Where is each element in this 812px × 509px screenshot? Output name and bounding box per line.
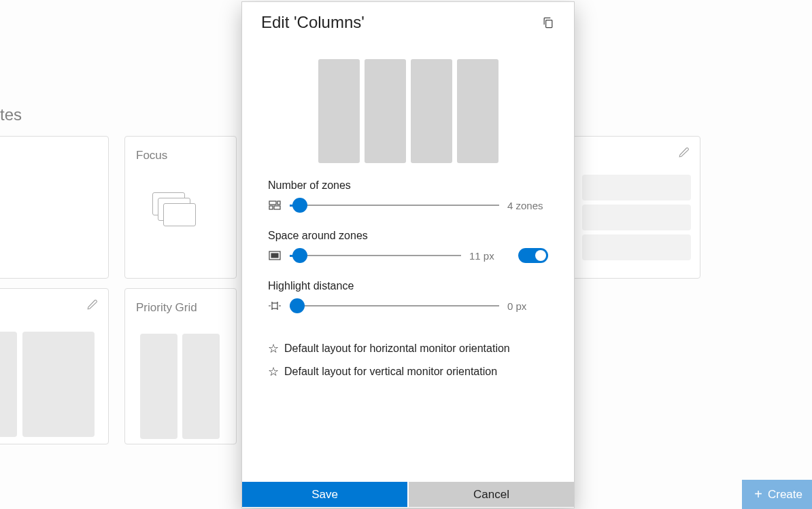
edit-dialog: Edit 'Columns' Number of zones [241, 1, 575, 508]
card-row [582, 234, 691, 260]
pencil-icon[interactable] [678, 146, 690, 158]
highlight-label: Highlight distance [268, 280, 548, 292]
plus-icon: + [754, 487, 762, 502]
svg-rect-2 [277, 201, 280, 205]
save-button[interactable]: Save [242, 482, 407, 507]
star-icon: ☆ [268, 364, 279, 379]
highlight-slider[interactable] [290, 298, 499, 314]
create-button[interactable]: + Create [742, 480, 812, 509]
cancel-button[interactable]: Cancel [409, 482, 574, 507]
svg-rect-3 [269, 206, 273, 209]
card-thumb [140, 334, 177, 439]
card-row [582, 205, 691, 230]
template-card-priority-grid[interactable]: Priority Grid [124, 288, 237, 444]
default-horizontal-option[interactable]: ☆ Default layout for horizontal monitor … [268, 341, 548, 356]
zones-slider[interactable] [290, 197, 499, 213]
space-label: Space around zones [268, 230, 548, 242]
copy-icon[interactable] [541, 16, 555, 29]
templates-section-title: tes [0, 105, 22, 124]
default-vertical-option[interactable]: ☆ Default layout for vertical monitor or… [268, 364, 548, 379]
card-row [582, 175, 691, 200]
svg-rect-6 [271, 253, 278, 258]
template-card-focus[interactable]: Focus [124, 136, 237, 279]
space-slider[interactable] [290, 247, 461, 264]
star-icon: ☆ [268, 341, 279, 356]
highlight-icon [268, 301, 282, 311]
layout-preview [242, 39, 574, 179]
svg-rect-1 [269, 201, 276, 205]
default-horizontal-label: Default layout for horizontal monitor or… [284, 343, 510, 355]
create-button-label: Create [768, 488, 802, 502]
preview-column [318, 59, 360, 163]
svg-rect-4 [274, 206, 280, 209]
preview-column [411, 59, 452, 163]
card-thumb [0, 332, 17, 437]
svg-rect-0 [546, 20, 552, 28]
card-thumb [182, 334, 220, 439]
highlight-value: 0 px [507, 300, 548, 312]
space-value: 11 px [469, 250, 510, 262]
template-card[interactable] [0, 136, 109, 279]
preview-column [457, 59, 498, 163]
default-vertical-label: Default layout for vertical monitor orie… [284, 366, 497, 378]
template-card-label: Priority Grid [125, 289, 236, 321]
pencil-icon[interactable] [86, 298, 99, 311]
margin-icon [268, 251, 282, 260]
grid-icon [268, 200, 282, 210]
preview-column [365, 59, 406, 163]
svg-rect-7 [272, 303, 277, 309]
zones-value: 4 zones [507, 200, 548, 211]
card-thumb [22, 332, 95, 437]
space-toggle[interactable] [518, 248, 548, 263]
dialog-title: Edit 'Columns' [261, 13, 365, 32]
template-card-label: Focus [125, 137, 236, 169]
zones-label: Number of zones [268, 179, 548, 192]
